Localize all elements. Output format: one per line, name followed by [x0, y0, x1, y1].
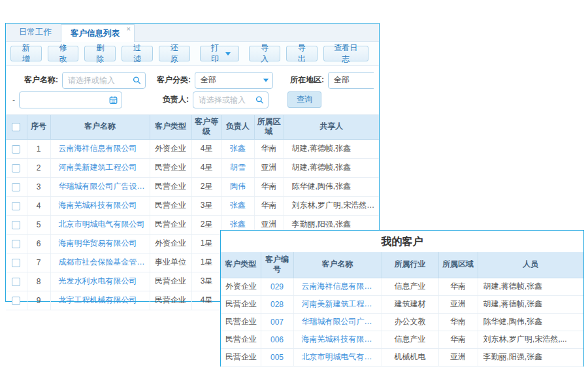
table-row[interactable]: 民营企业 007 华瑞城有限公司广告设计部 办公文教 华南 陈华健,陶伟,张鑫	[221, 313, 583, 331]
region-value: 全部	[329, 74, 374, 86]
row-checkbox[interactable]	[12, 278, 20, 286]
owner-link[interactable]: 陶伟	[221, 177, 254, 196]
customer-name-link[interactable]: 云南海祥信息有限公司	[50, 139, 150, 158]
row-checkbox[interactable]	[12, 297, 20, 305]
tab-customer-list-label: 客户信息列表	[71, 29, 120, 38]
tab-close-icon[interactable]: ×	[127, 25, 131, 33]
tab-daily-work[interactable]: 日常工作	[10, 24, 61, 41]
customer-name-link[interactable]: 北京市明城电气有限公司	[293, 348, 382, 366]
row-checkbox[interactable]	[12, 164, 20, 172]
people: 陈华健,陶伟,张鑫	[478, 313, 583, 331]
row-checkbox[interactable]	[12, 240, 20, 248]
search-icon[interactable]	[133, 76, 141, 84]
customer-table-header-row: 序号 客户名称 客户类型 客户等级 负责人 所属区域 共享人	[6, 115, 379, 139]
region: 华南	[254, 139, 284, 158]
header-name: 客户名称	[50, 115, 150, 139]
date-input[interactable]	[20, 93, 122, 107]
add-button[interactable]: 新增	[10, 46, 42, 61]
customer-name-label: 客户名称:	[24, 74, 58, 86]
customer-name-link[interactable]: 海南芜城科技有限公司	[50, 196, 150, 215]
my-customers-panel: 我的客户 客户类型 客户编号 客户名称 所属行业 所属区域 人员	[220, 230, 584, 367]
customer-type: 外资企业	[150, 139, 191, 158]
search-icon[interactable]	[255, 95, 264, 104]
customer-name-link[interactable]: 龙宇工程机械有限公司	[50, 291, 150, 310]
table-row[interactable]: 民营企业 028 河南美新建筑工程公司 建筑建材 亚洲 胡建,蒋德帧,张鑫	[221, 295, 583, 313]
tab-bar: 日常工作 客户信息列表 ×	[6, 24, 379, 42]
calendar-icon[interactable]	[109, 95, 118, 104]
customer-name-link[interactable]: 华瑞城有限公司广告设计部	[50, 177, 150, 196]
people: 李勤丽,阳强,张鑫	[478, 348, 583, 366]
edit-button[interactable]: 修改	[48, 46, 79, 61]
filter-button[interactable]: 过滤	[122, 46, 153, 61]
view-log-button[interactable]: 查看日志	[323, 46, 368, 61]
owner-link[interactable]: 胡雪	[221, 158, 254, 177]
row-index: 5	[27, 215, 50, 234]
customer-code-link[interactable]: 029	[261, 278, 293, 295]
table-row[interactable]: 民营企业 005 北京市明城电气有限公司 机械机电 亚洲 李勤丽,阳强,张鑫	[221, 348, 583, 366]
customer-name-link[interactable]: 海南芜城科技有限公司	[293, 331, 382, 348]
customer-name-link[interactable]: 河南美新建筑工程公司	[50, 158, 150, 177]
my-customers-body: 外资企业 029 云南海祥信息有限公司 信息产业 华南 胡建,蒋德帧,张鑫 民营…	[221, 278, 583, 366]
customer-name-link[interactable]: 河南美新建筑工程公司	[293, 295, 382, 313]
date-field-wrap	[19, 91, 122, 108]
table-row[interactable]: 民营企业 006 海南芜城科技有限公司 信息产业 华南 刘东林,罗广明,宋浩然,…	[221, 331, 583, 348]
region: 亚洲	[438, 348, 478, 366]
header-industry: 所属行业	[382, 252, 438, 278]
table-row[interactable]: 4 海南芜城科技有限公司 民营企业 3星 张鑫 华南 刘东林,罗广明,宋浩然,张…	[6, 196, 379, 215]
row-index: 1	[27, 139, 50, 158]
toolbar: 新增 修改 删除 过滤 还原 打印 导入 导出 查看日志	[6, 42, 379, 66]
customer-name-link[interactable]: 光发水利水电有限公司	[50, 272, 150, 291]
row-checkbox[interactable]	[12, 221, 20, 229]
region: 华南	[438, 331, 478, 348]
customer-name-link[interactable]: 成都市社会保险基金管理...	[50, 253, 150, 272]
table-row[interactable]: 3 华瑞城有限公司广告设计部 民营企业 2星 陶伟 华南 陈华健,陶伟,张鑫	[6, 177, 379, 196]
customer-name-link[interactable]: 海南明华贸易有限公司	[50, 234, 150, 253]
customer-code-link[interactable]: 028	[261, 295, 293, 313]
my-customers-header-row: 客户类型 客户编号 客户名称 所属行业 所属区域 人员	[221, 252, 583, 278]
table-row[interactable]: 2 河南美新建筑工程公司 民营企业 4星 胡雪 亚洲 胡建,蒋德帧,张鑫	[6, 158, 379, 177]
header-name: 客户名称	[293, 252, 382, 278]
select-all-header	[6, 115, 27, 139]
table-row[interactable]: 1 云南海祥信息有限公司 外资企业 4星 张鑫 华南 胡建,蒋德帧,张鑫	[6, 139, 379, 158]
region-filter-label: 所在地区:	[290, 74, 324, 86]
customer-code-link[interactable]: 006	[261, 331, 293, 348]
header-region: 所属区域	[254, 115, 284, 139]
row-checkbox-cell	[6, 291, 27, 310]
restore-button[interactable]: 还原	[159, 46, 190, 61]
customer-type: 民营企业	[221, 331, 261, 348]
row-checkbox[interactable]	[12, 202, 20, 210]
customer-level: 3星	[191, 272, 221, 291]
region-select[interactable]: 全部	[328, 72, 374, 89]
owner-link[interactable]: 张鑫	[221, 196, 254, 215]
row-checkbox[interactable]	[12, 183, 20, 191]
customer-name-link[interactable]: 云南海祥信息有限公司	[293, 278, 382, 295]
print-button[interactable]: 打印	[200, 46, 239, 61]
customer-level: 4星	[191, 291, 221, 310]
region: 华南	[438, 278, 478, 295]
owner-filter-label: 负责人:	[163, 94, 189, 105]
row-checkbox[interactable]	[12, 259, 20, 267]
customer-type: 外资企业	[221, 278, 261, 295]
export-button[interactable]: 导出	[286, 46, 318, 61]
row-checkbox[interactable]	[12, 145, 20, 154]
tab-customer-list[interactable]: 客户信息列表 ×	[61, 24, 135, 42]
customer-code-link[interactable]: 005	[261, 348, 293, 366]
customer-name-link[interactable]: 北京市明城电气有限公司	[50, 215, 150, 234]
customer-type: 民营企业	[221, 295, 261, 313]
delete-button[interactable]: 删除	[84, 46, 116, 61]
customer-name-link[interactable]: 华瑞城有限公司广告设计部	[293, 313, 382, 331]
query-button[interactable]: 查询	[287, 91, 321, 108]
owner-link[interactable]: 张鑫	[221, 139, 254, 158]
header-type: 客户类型	[150, 115, 191, 139]
customer-category-value: 全部	[195, 74, 272, 86]
customer-level: 4星	[191, 158, 221, 177]
customer-type: 民营企业	[150, 196, 191, 215]
customer-code-link[interactable]: 007	[261, 313, 293, 331]
select-all-checkbox[interactable]	[12, 123, 20, 131]
import-button[interactable]: 导入	[249, 46, 280, 61]
my-customers-title: 我的客户	[221, 231, 583, 252]
row-index: 2	[27, 158, 50, 177]
customer-category-select[interactable]: 全部	[195, 72, 273, 89]
customer-type: 民营企业	[150, 291, 191, 310]
table-row[interactable]: 外资企业 029 云南海祥信息有限公司 信息产业 华南 胡建,蒋德帧,张鑫	[221, 278, 583, 295]
